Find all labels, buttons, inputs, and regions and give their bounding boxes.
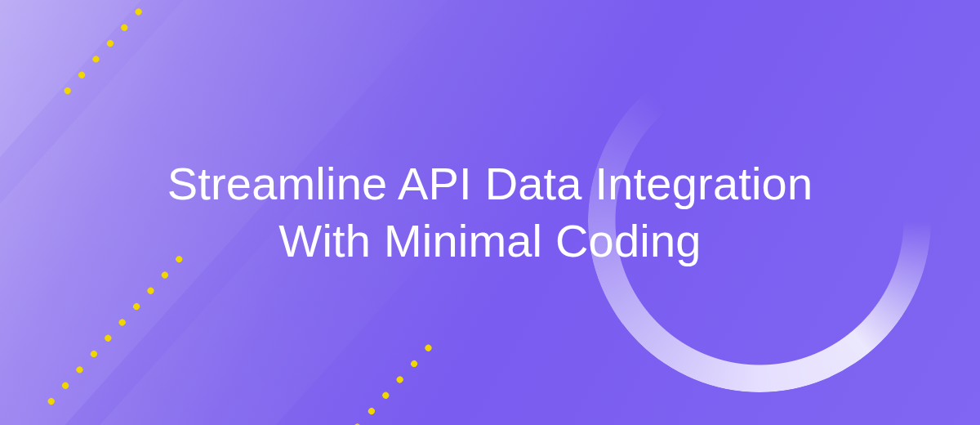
banner-title: Streamline API Data Integration With Min…: [122, 155, 858, 270]
dotted-line-decoration: [324, 343, 433, 425]
hero-banner: Streamline API Data Integration With Min…: [0, 0, 980, 425]
